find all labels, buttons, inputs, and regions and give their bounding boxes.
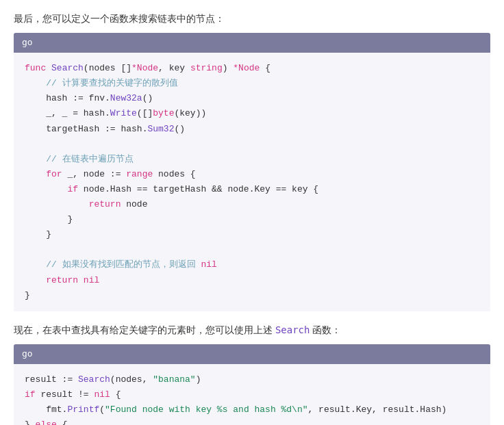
intro-text-1: 最后，您可以定义一个函数来搜索链表中的节点： <box>14 11 490 26</box>
code-lang-bar-1: go <box>14 33 490 53</box>
code-lang-bar-2: go <box>14 344 490 364</box>
description-text: 现在，在表中查找具有给定关键字的元素时，您可以使用上述 Search 函数： <box>14 322 490 337</box>
page-container: 最后，您可以定义一个函数来搜索链表中的节点： go func Search(no… <box>0 0 504 425</box>
code-block-1: go func Search(nodes []*Node, key string… <box>14 33 490 311</box>
code-block-2: go result := Search(nodes, "banana") if … <box>14 344 490 425</box>
code-body-1: func Search(nodes []*Node, key string) *… <box>14 53 490 311</box>
inline-code-search: Search <box>275 324 310 335</box>
code-body-2: result := Search(nodes, "banana") if res… <box>14 364 490 425</box>
